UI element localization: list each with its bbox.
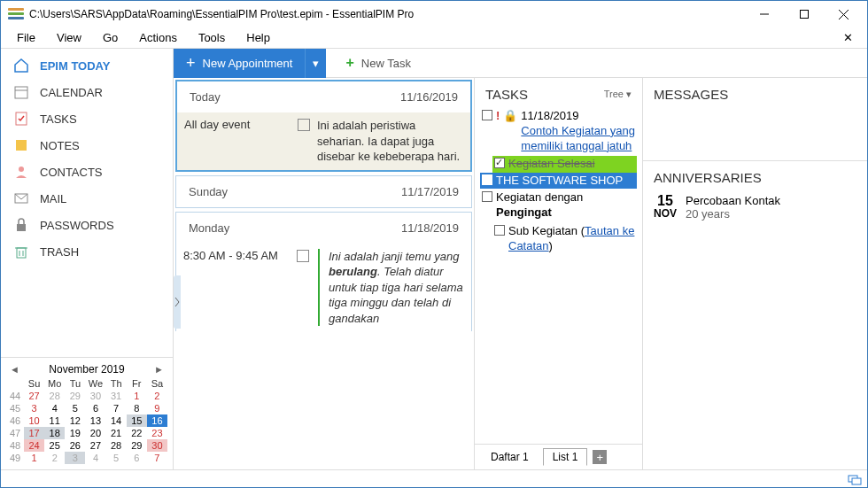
menubar-close-icon[interactable]: ✕ xyxy=(836,29,860,46)
task-checkbox[interactable] xyxy=(482,110,492,120)
menu-file[interactable]: File xyxy=(8,29,44,46)
day-group: Monday11/18/2019 8:30 AM - 9:45 AM Ini a… xyxy=(175,212,472,332)
minimize-button[interactable] xyxy=(744,2,784,27)
minical-day[interactable]: 25 xyxy=(44,439,65,452)
minical-day[interactable]: 1 xyxy=(24,452,44,464)
minical-day[interactable]: 3 xyxy=(65,452,85,464)
minical-day[interactable]: 11 xyxy=(44,414,65,427)
minical-day[interactable]: 17 xyxy=(24,427,44,439)
minical-day[interactable]: 6 xyxy=(85,402,105,414)
minical-day[interactable]: 24 xyxy=(24,439,44,452)
minical-day[interactable]: 28 xyxy=(106,439,127,452)
anniversaries-title: ANNIVERSARIES xyxy=(654,170,762,185)
maximize-button[interactable] xyxy=(784,2,824,27)
menu-go[interactable]: Go xyxy=(94,29,127,46)
task-checkbox[interactable] xyxy=(482,191,492,202)
minical-day[interactable]: 10 xyxy=(24,414,44,427)
nav-mail[interactable]: MAIL xyxy=(1,185,173,212)
tasks-column: TASKSTree ▾ ! 🔒 11/18/2019Contoh Kegiata… xyxy=(475,78,643,469)
menu-tools[interactable]: Tools xyxy=(190,29,234,46)
anniversary-age: 20 years xyxy=(686,207,780,221)
event-row[interactable]: All day event Ini adalah peristiwa sehar… xyxy=(177,112,470,170)
minical-day[interactable]: 9 xyxy=(147,402,167,414)
minical-day[interactable]: 3 xyxy=(24,402,44,414)
nav-label: CALENDAR xyxy=(40,86,103,99)
event-checkbox[interactable] xyxy=(298,119,310,131)
day-date: 11/16/2019 xyxy=(400,90,458,104)
minical-day[interactable]: 18 xyxy=(44,427,65,439)
minical-day[interactable]: 14 xyxy=(106,414,127,427)
menu-actions[interactable]: Actions xyxy=(130,29,186,46)
minical-day[interactable]: 4 xyxy=(85,452,105,464)
minical-day[interactable]: 20 xyxy=(85,427,105,439)
nav-tasks[interactable]: TASKS xyxy=(1,105,173,132)
minical-day[interactable]: 16 xyxy=(147,414,167,427)
minical-day[interactable]: 6 xyxy=(127,452,147,464)
task-checkbox[interactable] xyxy=(494,158,505,168)
task-checkbox[interactable] xyxy=(494,225,505,236)
plus-icon: + xyxy=(186,54,196,73)
minical-day[interactable]: 7 xyxy=(106,402,127,414)
anniversary-item[interactable]: 15 NOV Percobaan Kontak 20 years xyxy=(643,190,867,224)
minical-day[interactable]: 13 xyxy=(85,414,105,427)
close-button[interactable] xyxy=(824,2,864,27)
task-row-selected[interactable]: THE SOFTWARE SHOP xyxy=(480,173,637,190)
task-tab[interactable]: List 1 xyxy=(543,448,588,466)
task-row[interactable]: Sub Kegiatan (Tautan ke Catatan) xyxy=(492,222,637,256)
anniversary-name: Percobaan Kontak xyxy=(686,194,780,207)
new-appointment-button[interactable]: + New Appointment xyxy=(174,49,305,78)
event-checkbox[interactable] xyxy=(297,250,309,262)
minical-day[interactable]: 4 xyxy=(44,402,65,414)
nav-epim-today[interactable]: EPIM TODAY xyxy=(1,52,173,79)
task-row[interactable]: Kegiatan Selesai xyxy=(492,156,637,173)
minical-day[interactable]: 29 xyxy=(127,439,147,452)
minical-day[interactable]: 5 xyxy=(106,452,127,464)
minical-day[interactable]: 27 xyxy=(85,439,105,452)
minical-day[interactable]: 19 xyxy=(65,427,85,439)
minical-next[interactable]: ► xyxy=(154,364,164,375)
nav-notes[interactable]: NOTES xyxy=(1,132,173,159)
minical-day[interactable]: 2 xyxy=(44,452,65,464)
nav-passwords[interactable]: PASSWORDS xyxy=(1,212,173,238)
sidebar-expand-handle[interactable] xyxy=(174,275,181,329)
minical-day[interactable]: 1 xyxy=(127,390,147,402)
minical-day[interactable]: 23 xyxy=(147,427,167,439)
minical-day[interactable]: 8 xyxy=(127,402,147,414)
minical-day[interactable]: 31 xyxy=(106,390,127,402)
task-tab[interactable]: Daftar 1 xyxy=(482,449,538,465)
event-row[interactable]: 8:30 AM - 9:45 AM Ini adalah janji temu … xyxy=(176,244,471,332)
minical-day[interactable]: 15 xyxy=(127,414,147,427)
new-appointment-dropdown[interactable]: ▾ xyxy=(305,49,326,78)
minical-day[interactable]: 5 xyxy=(65,402,85,414)
svg-rect-14 xyxy=(17,248,26,258)
svg-rect-0 xyxy=(8,8,24,11)
nav-contacts[interactable]: CONTACTS xyxy=(1,159,173,185)
menu-help[interactable]: Help xyxy=(237,29,279,46)
minical-day[interactable]: 29 xyxy=(65,390,85,402)
task-checkbox[interactable] xyxy=(482,174,492,185)
minical-title[interactable]: November 2019 xyxy=(49,363,124,376)
minical-day[interactable]: 12 xyxy=(65,414,85,427)
task-row[interactable]: ! 🔒 11/18/2019Contoh Kegiatan yang memil… xyxy=(480,107,637,156)
minical-day[interactable]: 7 xyxy=(147,452,167,464)
minical-day[interactable]: 26 xyxy=(65,439,85,452)
minical-day[interactable]: 2 xyxy=(147,390,167,402)
sync-icon[interactable] xyxy=(848,473,862,485)
tasks-view-toggle[interactable]: Tree ▾ xyxy=(604,89,632,100)
task-row[interactable]: Kegiatan dengan Pengingat xyxy=(480,189,637,222)
day-label: Sunday xyxy=(189,185,228,198)
task-link[interactable]: Contoh Kegiatan yang memiliki tanggal ja… xyxy=(521,124,635,152)
minical-day[interactable]: 21 xyxy=(106,427,127,439)
nav-calendar[interactable]: CALENDAR xyxy=(1,79,173,105)
minical-day[interactable]: 28 xyxy=(44,390,65,402)
add-tab-button[interactable]: + xyxy=(593,450,607,464)
nav-trash[interactable]: TRASH xyxy=(1,238,173,265)
minical-day[interactable]: 30 xyxy=(85,390,105,402)
panels: Today11/16/2019 All day event Ini adalah… xyxy=(174,78,867,469)
menu-view[interactable]: View xyxy=(48,29,90,46)
minical-prev[interactable]: ◄ xyxy=(10,364,19,375)
minical-day[interactable]: 27 xyxy=(24,390,44,402)
new-task-button[interactable]: + New Task xyxy=(333,49,422,78)
minical-day[interactable]: 22 xyxy=(127,427,147,439)
minical-day[interactable]: 30 xyxy=(147,439,167,452)
